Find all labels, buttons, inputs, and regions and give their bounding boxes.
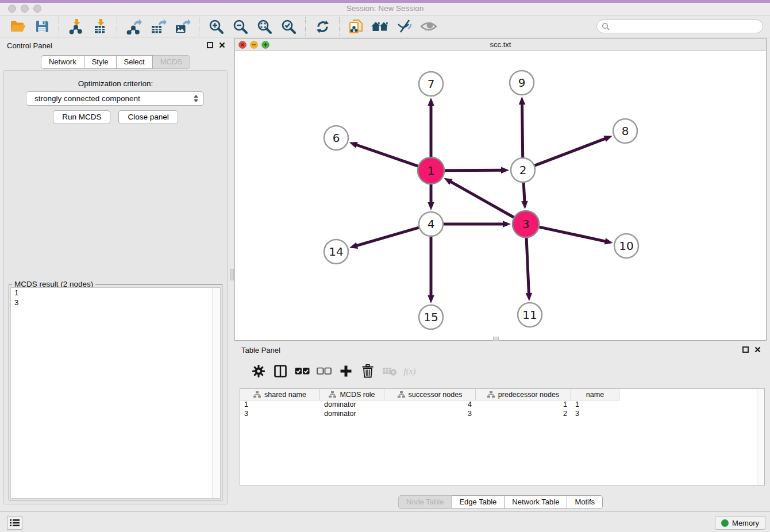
titlebar: Session: New Session xyxy=(0,3,770,16)
table-cell[interactable]: 3 xyxy=(384,410,476,419)
hierarchy-icon xyxy=(253,391,261,398)
memory-button[interactable]: Memory xyxy=(715,516,765,530)
window-title: Session: New Session xyxy=(0,4,770,13)
open-session-icon[interactable] xyxy=(8,17,28,36)
graph-edge-2-3[interactable] xyxy=(523,183,525,202)
columns-icon[interactable] xyxy=(272,363,289,380)
graph-node-label: 8 xyxy=(622,124,629,138)
table-scrollbar[interactable] xyxy=(757,389,764,485)
result-item[interactable]: 3 xyxy=(11,298,220,307)
table-cell[interactable]: 4 xyxy=(384,400,476,410)
network-window-title: scc.txt xyxy=(235,40,766,49)
split-divider-grip[interactable] xyxy=(230,269,234,280)
dropdown-stepper-icon xyxy=(193,94,199,103)
refresh-layout-icon[interactable] xyxy=(313,17,332,36)
search-input[interactable] xyxy=(613,22,763,31)
graph-edge-2-9[interactable] xyxy=(522,103,522,157)
tab-motifs[interactable]: Motifs xyxy=(567,495,603,509)
node-table[interactable]: shared nameMCDS rolesuccessor nodesprede… xyxy=(240,388,765,485)
table-row[interactable]: 3dominator323 xyxy=(240,410,764,419)
hierarchy-icon xyxy=(329,391,336,398)
tab-style[interactable]: Style xyxy=(84,55,117,69)
result-item[interactable]: 1 xyxy=(11,288,220,298)
tab-network[interactable]: Network xyxy=(41,55,84,69)
table-toolbar: f(x) xyxy=(240,360,765,383)
graph-node-label: 9 xyxy=(518,76,526,90)
table-cell[interactable]: 1 xyxy=(240,400,320,410)
table-panel-title: Table Panel xyxy=(241,346,280,354)
tab-network-table[interactable]: Network Table xyxy=(505,495,567,509)
graph-node-label: 6 xyxy=(333,131,340,145)
table-cell[interactable]: dominator xyxy=(320,410,384,419)
zoom-selected-icon[interactable] xyxy=(279,17,298,36)
edge-arrowhead-icon xyxy=(503,221,511,228)
graph-edge-3-1[interactable] xyxy=(450,182,514,218)
table-cell[interactable]: 3 xyxy=(240,410,320,419)
search-field[interactable] xyxy=(596,20,763,33)
column-header-MCDS-role[interactable]: MCDS role xyxy=(320,389,384,400)
table-cell[interactable]: 2 xyxy=(476,410,571,419)
memory-label: Memory xyxy=(732,519,759,527)
network-window-titlebar[interactable]: scc.txt xyxy=(235,38,766,51)
column-header-successor-nodes[interactable]: successor nodes xyxy=(384,389,476,400)
cb-checked-icon[interactable] xyxy=(294,363,311,380)
cb-unchecked-icon[interactable] xyxy=(315,363,333,380)
close-panel-button[interactable]: Close panel xyxy=(118,110,178,124)
task-history-button[interactable] xyxy=(7,516,22,530)
tab-node-table[interactable]: Node Table xyxy=(398,495,452,509)
table-cell[interactable]: 3 xyxy=(571,410,619,419)
run-mcds-button[interactable]: Run MCDS xyxy=(53,110,110,124)
zoom-out-icon[interactable] xyxy=(230,17,250,36)
column-header-name[interactable]: name xyxy=(571,389,619,400)
toolbar-separator xyxy=(117,17,117,36)
float-panel-icon[interactable] xyxy=(207,42,213,48)
edge-arrowhead-icon xyxy=(605,238,613,244)
graph-edge-3-11[interactable] xyxy=(526,238,529,294)
graph-edge-2-8[interactable] xyxy=(535,138,606,165)
clone-network-icon[interactable] xyxy=(346,17,366,36)
close-panel-icon[interactable] xyxy=(219,42,225,48)
control-panel-header: Control Panel xyxy=(0,38,231,54)
table-close-panel-icon[interactable] xyxy=(754,346,761,353)
zoom-in-icon[interactable] xyxy=(206,17,226,36)
table-cell[interactable]: 1 xyxy=(476,400,571,410)
table-float-panel-icon[interactable] xyxy=(742,346,749,353)
graph-node-label: 11 xyxy=(522,308,537,322)
import-table-icon[interactable] xyxy=(90,17,110,36)
export-image-icon[interactable] xyxy=(172,17,192,36)
edge-arrowhead-icon xyxy=(428,295,434,303)
criterion-dropdown[interactable]: strongly connected component xyxy=(26,91,204,106)
tab-edge-table[interactable]: Edge Table xyxy=(452,495,505,509)
trash-icon[interactable] xyxy=(359,363,376,380)
graph-edge-1-2[interactable] xyxy=(445,170,502,171)
table-panel: Table Panel f(x) shared nameMCDS rolesuc… xyxy=(234,342,767,510)
table-cell[interactable]: dominator xyxy=(320,400,384,410)
tab-mcds[interactable]: MCDS xyxy=(153,55,190,69)
result-scrollbar[interactable] xyxy=(212,288,220,498)
mcds-result-list[interactable]: 13 xyxy=(10,287,221,499)
table-row[interactable]: 1dominator411 xyxy=(240,400,764,410)
show-graphics-icon[interactable] xyxy=(419,17,438,36)
home-neighborhood-icon[interactable] xyxy=(371,17,390,36)
import-network-icon[interactable] xyxy=(66,17,86,36)
column-header-shared-name[interactable]: shared name xyxy=(240,389,320,400)
tab-select[interactable]: Select xyxy=(117,55,153,69)
save-session-icon[interactable] xyxy=(32,17,52,36)
horizontal-resize-grip[interactable] xyxy=(493,337,499,341)
column-header-predecessor-nodes[interactable]: predecessor nodes xyxy=(476,389,571,400)
export-network-icon[interactable] xyxy=(124,17,144,36)
graph-edge-1-6[interactable] xyxy=(356,145,418,166)
plus-icon[interactable] xyxy=(337,363,355,380)
table-cell[interactable]: 1 xyxy=(571,400,619,410)
graph-edge-3-10[interactable] xyxy=(539,227,606,241)
network-canvas[interactable]: 7968124314101511 xyxy=(235,51,766,340)
hide-graphics-icon[interactable] xyxy=(395,17,414,36)
graph-edge-4-14[interactable] xyxy=(356,228,419,246)
edge-arrowhead-icon xyxy=(349,142,358,148)
control-panel-title: Control Panel xyxy=(7,41,52,50)
mcds-tab-content: Optimization criterion: strongly connect… xyxy=(3,70,228,504)
main-toolbar xyxy=(0,16,770,37)
zoom-fit-icon[interactable] xyxy=(255,17,274,36)
gear-icon[interactable] xyxy=(250,363,267,380)
export-table-icon[interactable] xyxy=(148,17,168,36)
